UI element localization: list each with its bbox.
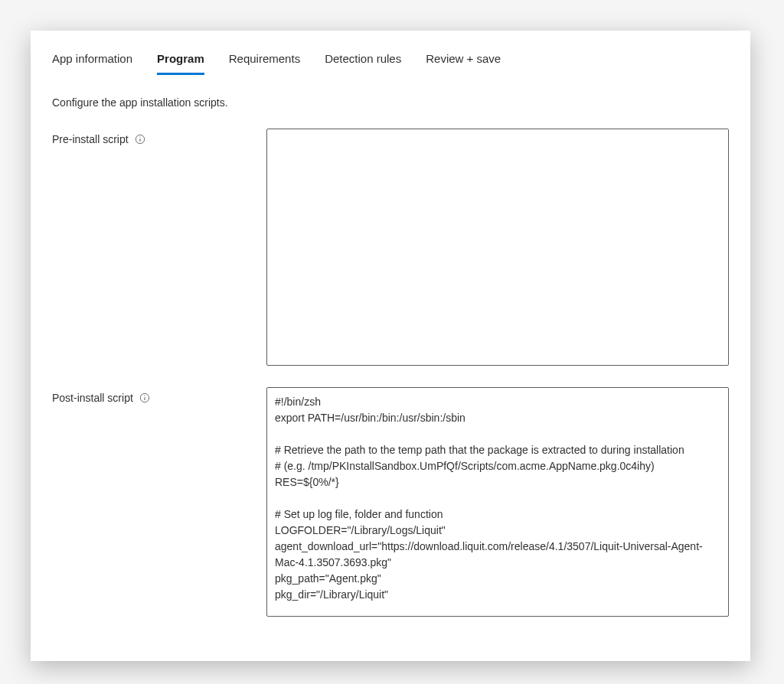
post-install-script-input[interactable] bbox=[266, 387, 729, 617]
section-description: Configure the app installation scripts. bbox=[52, 96, 729, 109]
pre-install-script-input[interactable] bbox=[266, 129, 729, 366]
post-install-label: Post-install script bbox=[52, 392, 133, 404]
pre-install-row: Pre-install script bbox=[52, 129, 729, 369]
svg-point-2 bbox=[139, 136, 140, 137]
pre-install-label: Pre-install script bbox=[52, 133, 129, 145]
tab-bar: App information Program Requirements Det… bbox=[52, 46, 729, 75]
tab-requirements[interactable]: Requirements bbox=[229, 46, 300, 75]
tab-detection-rules[interactable]: Detection rules bbox=[325, 46, 401, 75]
tab-program[interactable]: Program bbox=[157, 46, 204, 75]
post-install-input-wrap bbox=[266, 387, 729, 620]
pre-install-label-group: Pre-install script bbox=[52, 129, 266, 145]
tab-review-save[interactable]: Review + save bbox=[426, 46, 501, 75]
post-install-label-group: Post-install script bbox=[52, 387, 266, 404]
program-panel: App information Program Requirements Det… bbox=[31, 31, 750, 661]
tab-app-information[interactable]: App information bbox=[52, 46, 132, 75]
pre-install-input-wrap bbox=[266, 129, 729, 369]
info-icon[interactable] bbox=[135, 134, 145, 145]
post-install-row: Post-install script bbox=[52, 387, 729, 620]
svg-point-5 bbox=[144, 395, 145, 396]
info-icon[interactable] bbox=[139, 392, 150, 403]
